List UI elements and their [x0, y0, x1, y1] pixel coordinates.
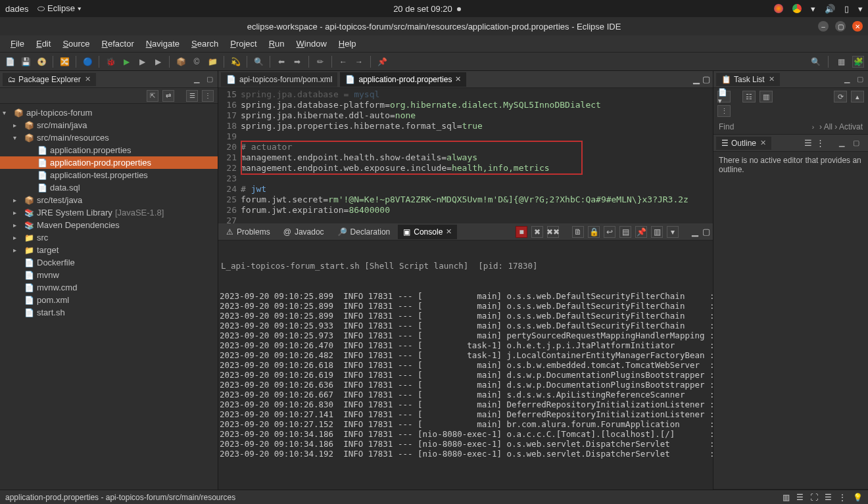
editor-maximize-icon[interactable]: ▢ — [702, 74, 710, 84]
coverage-icon[interactable]: ▶ — [136, 56, 148, 68]
status-icon[interactable]: ⛶ — [810, 493, 818, 502]
close-icon[interactable]: ✕ — [85, 75, 91, 83]
menu-edit[interactable]: Edit — [31, 37, 56, 51]
pin-icon[interactable]: 📌 — [376, 56, 388, 68]
bottom-tab-javadoc[interactable]: @Javadoc — [278, 225, 329, 239]
stop-icon[interactable]: 💫 — [229, 56, 241, 68]
maximize-view-icon[interactable]: ▢ — [851, 138, 861, 149]
tree-item[interactable]: ▸📦src/test/java — [0, 194, 218, 206]
menu-window[interactable]: Window — [291, 37, 332, 51]
app-menu-label[interactable]: ⬭ Eclipse ▾ — [37, 3, 80, 14]
tree-item[interactable]: ▸📚JRE System Library [JavaSE-1.8] — [0, 206, 218, 219]
task-filter-label[interactable]: › All › Activat — [819, 122, 863, 131]
status-icon[interactable]: ☰ — [796, 493, 804, 502]
sync-icon[interactable]: ⟳ — [834, 91, 847, 103]
save-all-icon[interactable]: 📀 — [36, 56, 47, 68]
battery-icon[interactable]: ▯ — [844, 4, 849, 14]
menu-source[interactable]: Source — [57, 37, 95, 51]
open-console-icon[interactable]: ▾ — [667, 226, 679, 238]
editor-code[interactable]: spring.jpa.database = mysqlspring.jpa.da… — [241, 88, 713, 223]
new-class-icon[interactable]: © — [191, 56, 203, 68]
close-icon[interactable]: ✕ — [446, 227, 452, 236]
tree-item[interactable]: 📄application-prod.properties — [0, 156, 218, 169]
tree-item[interactable]: ▸📁src — [0, 231, 218, 244]
java-perspective-icon[interactable]: 🧩 — [852, 56, 864, 68]
status-icon[interactable]: ⋮ — [838, 493, 846, 502]
os-clock[interactable]: 20 de set 09:20 — [393, 4, 452, 14]
open-perspective-icon[interactable]: ▦ — [835, 56, 847, 68]
pin-console-icon[interactable]: 📌 — [635, 226, 647, 238]
firefox-icon[interactable] — [774, 4, 783, 13]
editor-tab[interactable]: 📄api-topicos-forum/pom.xml — [221, 72, 337, 87]
tree-item[interactable]: ▸📚Maven Dependencies — [0, 219, 218, 231]
annotation-prev-icon[interactable]: ⬅ — [276, 56, 287, 68]
bottom-tab-problems[interactable]: ⚠Problems — [221, 225, 276, 239]
tree-item[interactable]: 📄pom.xml — [0, 294, 218, 306]
remove-all-icon[interactable]: ✖✖ — [547, 226, 559, 238]
remove-launch-icon[interactable]: ✖ — [531, 226, 543, 238]
collapse-all-icon[interactable]: ⇱ — [147, 90, 158, 102]
search-icon[interactable]: 🔍 — [253, 56, 264, 68]
focus-outline-icon[interactable]: ☰ — [804, 138, 812, 149]
status-icon[interactable]: ☰ — [825, 493, 832, 502]
maximize-view-icon[interactable]: ▢ — [855, 74, 865, 85]
display-selected-icon[interactable]: ▥ — [651, 226, 663, 238]
tree-item[interactable]: 📄application.properties — [0, 144, 218, 156]
forward-icon[interactable]: → — [353, 56, 365, 68]
tree-item[interactable]: ▾📦api-topicos-forum — [0, 106, 218, 119]
word-wrap-icon[interactable]: ↩ — [604, 226, 615, 238]
link-editor-icon[interactable]: ⇄ — [162, 90, 174, 102]
tree-item[interactable]: 📄application-test.properties — [0, 169, 218, 181]
clear-console-icon[interactable]: 🗎 — [572, 226, 584, 238]
focus-task-icon[interactable]: ☰ — [186, 90, 198, 102]
minimize-view-icon[interactable]: ▁ — [842, 74, 852, 85]
new-task-icon[interactable]: 📄▾ — [717, 91, 731, 103]
menu-refactor[interactable]: Refactor — [97, 37, 139, 51]
bottom-maximize-icon[interactable]: ▢ — [702, 227, 710, 237]
annotation-next-icon[interactable]: ➡ — [291, 56, 303, 68]
maximize-view-icon[interactable]: ▢ — [205, 74, 215, 85]
minimize-view-icon[interactable]: ▁ — [836, 138, 847, 149]
tree-item[interactable]: 📄mvnw — [0, 269, 218, 281]
save-icon[interactable]: 💾 — [20, 56, 32, 68]
new-icon[interactable]: 📄 — [4, 56, 16, 68]
wifi-icon[interactable]: ▾ — [811, 4, 815, 14]
collapse-icon[interactable]: ▴ — [851, 91, 864, 103]
tree-item[interactable]: ▾📦src/main/resources — [0, 131, 218, 144]
menu-search[interactable]: Search — [186, 37, 224, 51]
close-icon[interactable]: ✕ — [455, 75, 461, 83]
system-menu-icon[interactable]: ▾ — [858, 4, 863, 14]
bottom-tab-declaration[interactable]: 🔎Declaration — [332, 225, 396, 239]
menu-file[interactable]: File — [5, 37, 30, 51]
categorize-icon[interactable]: ☷ — [742, 91, 756, 103]
tree-item[interactable]: ▸📁target — [0, 244, 218, 256]
minimize-view-icon[interactable]: ▁ — [191, 74, 202, 85]
activities-label[interactable]: dades — [5, 4, 28, 14]
tree-item[interactable]: ▸📦src/main/java — [0, 119, 218, 131]
chrome-icon[interactable] — [792, 4, 802, 13]
tip-icon[interactable]: 💡 — [853, 493, 863, 502]
menu-project[interactable]: Project — [225, 37, 262, 51]
package-tree[interactable]: ▾📦api-topicos-forum▸📦src/main/java▾📦src/… — [0, 104, 218, 490]
new-package-icon[interactable]: 📦 — [175, 56, 187, 68]
menu-run[interactable]: Run — [264, 37, 290, 51]
outline-tab[interactable]: ☰ Outline ✕ — [716, 137, 771, 150]
view-menu-icon[interactable]: ⋮ — [717, 105, 731, 117]
tree-item[interactable]: 📄data.sql — [0, 181, 218, 194]
editor-tab[interactable]: 📄application-prod.properties✕ — [340, 72, 466, 87]
volume-icon[interactable]: 🔊 — [825, 4, 835, 14]
scroll-lock-icon[interactable]: 🔒 — [588, 226, 600, 238]
outline-menu-icon[interactable]: ⋮ — [816, 138, 825, 149]
back-icon[interactable]: ← — [337, 56, 349, 68]
bottom-tab-console[interactable]: ▣Console✕ — [398, 225, 457, 239]
debug-icon[interactable]: 🐞 — [105, 56, 116, 68]
view-menu-icon[interactable]: ⋮ — [202, 90, 214, 102]
show-console-icon[interactable]: ▤ — [619, 226, 631, 238]
editor-minimize-icon[interactable]: ▁ — [693, 74, 700, 84]
terminate-icon[interactable]: ■ — [516, 226, 527, 238]
menu-help[interactable]: Help — [333, 37, 362, 51]
find-label[interactable]: Find — [719, 122, 734, 131]
last-edit-icon[interactable]: ✏ — [314, 56, 326, 68]
window-close-button[interactable]: ✕ — [852, 21, 863, 32]
menu-navigate[interactable]: Navigate — [141, 37, 185, 51]
